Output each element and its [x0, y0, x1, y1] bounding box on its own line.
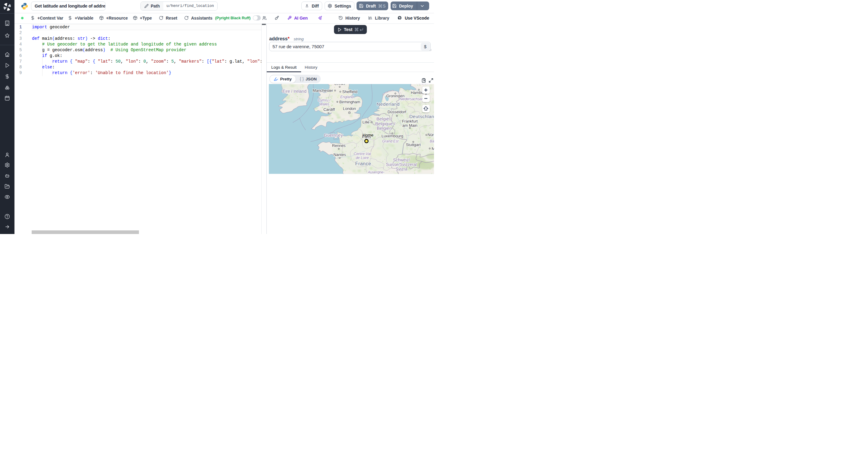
- svg-text:Grand Est: Grand Est: [382, 139, 398, 143]
- svg-text:Cardiff: Cardiff: [323, 107, 335, 112]
- svg-text:Deutschland: Deutschland: [409, 114, 434, 119]
- svg-text:Nürnberg: Nürnberg: [427, 133, 434, 137]
- svg-text:Suisse/Svizzera/: Suisse/Svizzera/: [386, 162, 417, 167]
- svg-text:Belgien: Belgien: [376, 126, 392, 131]
- svg-text:Auvergne-: Auvergne-: [367, 170, 384, 174]
- svg-text:Frankfurt: Frankfurt: [402, 119, 417, 124]
- svg-text:Sheffield: Sheffield: [342, 90, 357, 94]
- svg-text:de Loire: de Loire: [355, 156, 369, 160]
- svg-text:Holstein: Holstein: [416, 84, 430, 85]
- svg-text:Birmingham: Birmingham: [339, 100, 360, 104]
- svg-text:Schweiz/: Schweiz/: [393, 158, 410, 162]
- svg-text:Wales: Wales: [319, 102, 329, 106]
- svg-text:Éire / Ireland: Éire / Ireland: [282, 89, 306, 94]
- svg-text:Cymru /: Cymru /: [318, 98, 331, 102]
- svg-text:Centre-Val: Centre-Val: [353, 152, 371, 156]
- svg-text:Guernsey: Guernsey: [324, 133, 343, 138]
- svg-text:England: England: [340, 95, 353, 99]
- svg-text:Manchester: Manchester: [313, 88, 333, 93]
- svg-text:Luxembourg: Luxembourg: [381, 134, 403, 138]
- svg-text:Nantes: Nantes: [333, 153, 346, 157]
- svg-text:Nederland: Nederland: [376, 101, 399, 107]
- svg-text:München: München: [432, 146, 434, 151]
- svg-text:Bay: Bay: [430, 139, 434, 143]
- svg-text:Rennes: Rennes: [332, 143, 345, 148]
- svg-text:Belgique /: Belgique /: [375, 121, 396, 126]
- svg-text:France: France: [355, 161, 371, 166]
- svg-text:Home: Home: [362, 133, 373, 137]
- svg-text:Düsseldorf: Düsseldorf: [387, 110, 406, 114]
- svg-text:Lille: Lille: [362, 120, 369, 124]
- svg-text:Leeds: Leeds: [334, 84, 345, 86]
- svg-text:Svizra: Svizra: [396, 167, 407, 171]
- svg-text:am Main: am Main: [402, 123, 417, 128]
- svg-text:London: London: [343, 106, 355, 111]
- svg-text:Stuttgart: Stuttgart: [406, 142, 421, 147]
- svg-text:Niedersachsen: Niedersachsen: [399, 97, 423, 101]
- svg-text:België /: België /: [376, 116, 392, 121]
